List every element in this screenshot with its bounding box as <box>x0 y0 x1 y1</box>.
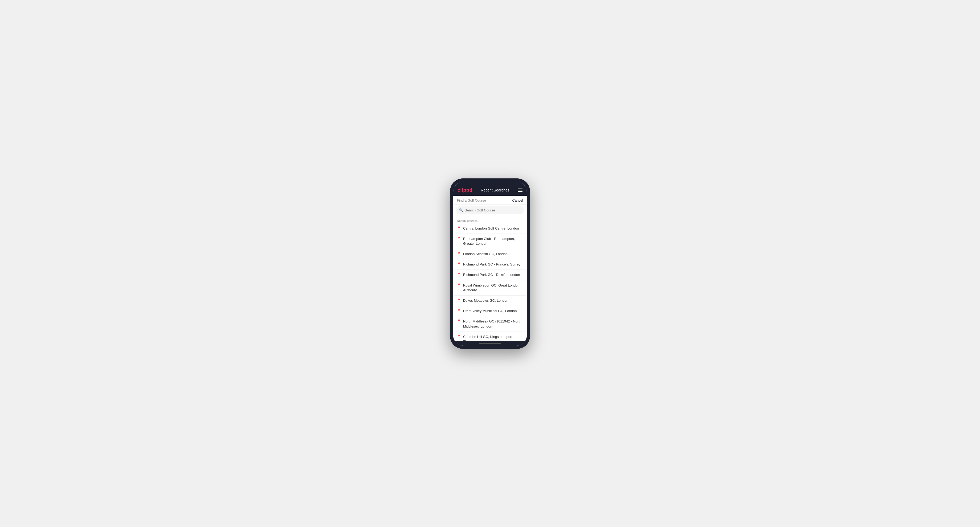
course-name: Royal Wimbledon GC, Great London Authori… <box>463 283 523 293</box>
search-input[interactable] <box>465 208 521 212</box>
course-name: London Scottish GC, London <box>463 252 508 256</box>
find-bar: Find a Golf Course Cancel <box>453 196 527 205</box>
home-indicator <box>453 341 527 346</box>
location-icon: 📍 <box>457 237 461 240</box>
phone-device: clippd Recent Searches Find a Golf Cours… <box>450 178 530 349</box>
list-item[interactable]: 📍 Royal Wimbledon GC, Great London Autho… <box>453 280 527 295</box>
home-bar <box>479 343 501 344</box>
course-name: Coombe Hill GC, Kingston upon Thames <box>463 335 523 341</box>
location-icon: 📍 <box>457 252 461 256</box>
location-icon: 📍 <box>457 319 461 323</box>
course-name: Richmond Park GC - Duke's, London <box>463 272 520 277</box>
search-box: 🔍 <box>453 205 527 217</box>
list-item[interactable]: 📍 Roehampton Club - Roehampton, Greater … <box>453 234 527 249</box>
location-icon: 📍 <box>457 226 461 230</box>
list-item[interactable]: 📍 Richmond Park GC - Duke's, London <box>453 270 527 280</box>
location-icon: 📍 <box>457 262 461 266</box>
course-name: Roehampton Club - Roehampton, Greater Lo… <box>463 237 523 246</box>
nav-bar: clippd Recent Searches <box>453 185 527 196</box>
location-icon: 📍 <box>457 273 461 276</box>
location-icon: 📍 <box>457 283 461 287</box>
nearby-section: Nearby courses 📍 Central London Golf Cen… <box>453 217 527 341</box>
cancel-button[interactable]: Cancel <box>512 198 523 202</box>
course-name: North Middlesex GC (1011942 - North Midd… <box>463 319 523 329</box>
app-logo: clippd <box>458 187 473 193</box>
list-item[interactable]: 📍 Brent Valley Municipal GC, London <box>453 306 527 316</box>
search-icon: 🔍 <box>459 208 463 212</box>
location-icon: 📍 <box>457 298 461 302</box>
list-item[interactable]: 📍 Central London Golf Centre, London <box>453 224 527 234</box>
list-item[interactable]: 📍 Richmond Park GC - Prince's, Surrey <box>453 259 527 270</box>
course-name: Dukes Meadows GC, London <box>463 298 508 303</box>
menu-icon[interactable] <box>518 189 522 192</box>
location-icon: 📍 <box>457 335 461 338</box>
list-item[interactable]: 📍 Coombe Hill GC, Kingston upon Thames <box>453 332 527 341</box>
course-name: Richmond Park GC - Prince's, Surrey <box>463 262 520 267</box>
list-item[interactable]: 📍 London Scottish GC, London <box>453 249 527 259</box>
search-input-wrapper: 🔍 <box>457 206 523 214</box>
list-item[interactable]: 📍 Dukes Meadows GC, London <box>453 295 527 306</box>
content-area: Find a Golf Course Cancel 🔍 Nearby cours… <box>453 196 527 341</box>
location-icon: 📍 <box>457 309 461 313</box>
find-label: Find a Golf Course <box>457 198 486 202</box>
list-item[interactable]: 📍 North Middlesex GC (1011942 - North Mi… <box>453 316 527 332</box>
course-name: Brent Valley Municipal GC, London <box>463 309 517 313</box>
phone-screen: clippd Recent Searches Find a Golf Cours… <box>453 182 527 346</box>
course-name: Central London Golf Centre, London <box>463 226 519 231</box>
nearby-header: Nearby courses <box>453 217 527 224</box>
status-bar <box>453 182 527 185</box>
nav-title: Recent Searches <box>480 188 509 192</box>
